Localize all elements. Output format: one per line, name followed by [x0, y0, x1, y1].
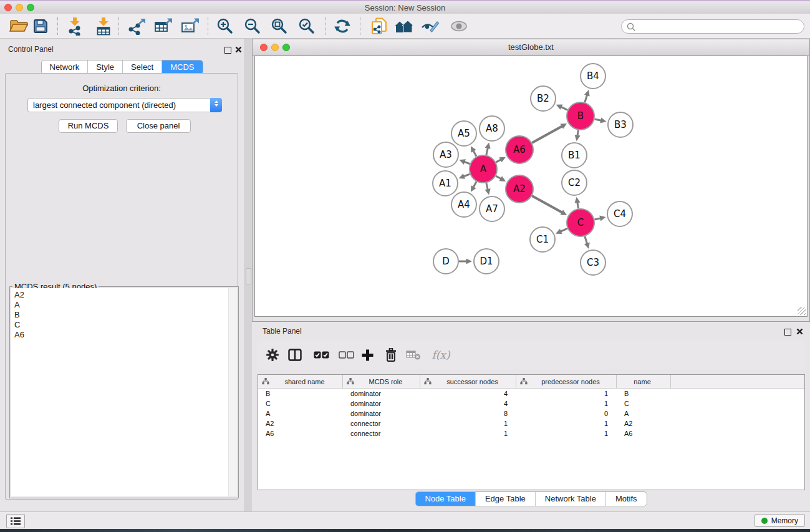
zoom-out-button[interactable]: [241, 16, 264, 37]
tab-edge-table[interactable]: Edge Table: [475, 492, 535, 506]
tab-network-table[interactable]: Network Table: [535, 492, 605, 506]
graph-node-A4[interactable]: A4: [451, 192, 476, 217]
cell-successor-nodes[interactable]: 4: [420, 399, 516, 409]
export-network-button[interactable]: [126, 16, 148, 37]
cell-predecessor-nodes[interactable]: 1: [516, 428, 617, 438]
zoom-selected-button[interactable]: [296, 16, 318, 37]
cell-mcds-role[interactable]: dominator: [343, 399, 420, 409]
cell-predecessor-nodes[interactable]: 1: [516, 418, 617, 428]
table-row-c[interactable]: Cdominator41C: [258, 399, 804, 409]
graph-node-C[interactable]: C: [567, 209, 594, 236]
cell-successor-nodes[interactable]: 1: [420, 418, 516, 428]
delete-table-button[interactable]: [403, 345, 423, 365]
tab-style[interactable]: Style: [87, 60, 122, 74]
memory-button[interactable]: Memory: [755, 514, 805, 527]
column-header-predecessor-nodes[interactable]: predecessor nodes: [516, 375, 617, 388]
graph-node-C3[interactable]: C3: [581, 250, 605, 275]
run-mcds-button[interactable]: Run MCDS: [59, 119, 118, 133]
import-table-button[interactable]: [92, 16, 115, 37]
table-row-b[interactable]: Bdominator41B: [258, 389, 804, 399]
graph-node-B3[interactable]: B3: [608, 112, 633, 137]
show-all-button[interactable]: [448, 16, 470, 37]
open-session-button[interactable]: [7, 16, 30, 37]
graph-node-A3[interactable]: A3: [433, 142, 458, 167]
table-row-a6[interactable]: A6connector11A6: [258, 428, 804, 438]
graph-node-C4[interactable]: C4: [607, 201, 632, 226]
graph-node-A1[interactable]: A1: [433, 171, 458, 196]
hide-selected-button[interactable]: [419, 16, 441, 37]
import-network-button[interactable]: [64, 16, 86, 37]
function-builder-button[interactable]: f(x): [427, 345, 455, 365]
table-row-a2[interactable]: A2connector11A2: [258, 418, 804, 428]
cell-name[interactable]: A6: [617, 428, 671, 438]
tab-select[interactable]: Select: [122, 60, 162, 74]
task-history-button[interactable]: [6, 514, 25, 528]
close-panel-icon[interactable]: [235, 46, 242, 53]
result-item-a[interactable]: A: [11, 300, 237, 310]
result-item-b[interactable]: B: [11, 310, 237, 320]
cell-predecessor-nodes[interactable]: 1: [516, 399, 617, 409]
refresh-button[interactable]: [331, 16, 354, 37]
zoom-fit-button[interactable]: [268, 16, 291, 37]
mcds-result-list[interactable]: A2ABCA6: [11, 288, 237, 496]
graph-node-D[interactable]: D: [433, 249, 458, 274]
cell-mcds-role[interactable]: connector: [343, 418, 420, 428]
result-item-a6[interactable]: A6: [11, 330, 237, 340]
zoom-in-button[interactable]: [214, 16, 236, 37]
cell-shared-name[interactable]: B: [258, 389, 343, 399]
graph-node-A8[interactable]: A8: [480, 116, 504, 141]
cell-successor-nodes[interactable]: 4: [420, 389, 516, 399]
add-column-button[interactable]: [357, 345, 377, 365]
column-header-successor-nodes[interactable]: successor nodes: [420, 375, 516, 388]
tab-motifs[interactable]: Motifs: [605, 492, 647, 506]
tab-mcds[interactable]: MCDS: [162, 60, 202, 74]
tab-network[interactable]: Network: [41, 60, 87, 74]
cell-successor-nodes[interactable]: 8: [420, 409, 516, 418]
cell-mcds-role[interactable]: dominator: [343, 389, 420, 399]
cell-shared-name[interactable]: A: [258, 409, 343, 418]
graph-node-A2[interactable]: A2: [506, 175, 533, 203]
cell-predecessor-nodes[interactable]: 0: [516, 409, 617, 418]
cell-shared-name[interactable]: C: [258, 399, 343, 409]
float-table-panel-icon[interactable]: [784, 329, 791, 336]
graph-node-A[interactable]: A: [470, 155, 497, 183]
resize-grip-icon[interactable]: [798, 307, 806, 315]
column-header-shared-name[interactable]: shared name: [258, 375, 343, 388]
split-view-button[interactable]: [285, 345, 305, 365]
cell-name[interactable]: B: [617, 389, 671, 399]
graph-node-A6[interactable]: A6: [506, 136, 533, 163]
close-panel-button[interactable]: Close panel: [126, 119, 191, 133]
graph-node-C2[interactable]: C2: [562, 170, 587, 195]
delete-column-button[interactable]: [381, 345, 401, 365]
deselect-all-columns-button[interactable]: [336, 345, 356, 365]
network-canvas[interactable]: B4B2BB3A8A5A6A3B1AA1C2A2A4A7C4CC1C3DD1: [254, 56, 808, 317]
export-image-button[interactable]: [179, 16, 201, 37]
tab-node-table[interactable]: Node Table: [415, 492, 475, 506]
search-input[interactable]: [638, 21, 801, 34]
save-session-button[interactable]: [29, 16, 52, 37]
result-item-c[interactable]: C: [11, 320, 237, 330]
result-scrollbar[interactable]: [228, 288, 237, 496]
table-settings-button[interactable]: [263, 345, 282, 365]
select-all-columns-button[interactable]: [311, 345, 331, 365]
float-panel-icon[interactable]: [224, 47, 231, 54]
vertical-split-handle[interactable]: [246, 268, 251, 284]
cell-name[interactable]: A: [617, 409, 671, 418]
result-item-a2[interactable]: A2: [11, 290, 237, 300]
graph-node-A7[interactable]: A7: [480, 196, 504, 221]
cell-mcds-role[interactable]: dominator: [343, 409, 420, 418]
graph-node-B1[interactable]: B1: [562, 143, 587, 168]
cell-mcds-role[interactable]: connector: [343, 428, 420, 438]
graph-node-B2[interactable]: B2: [531, 86, 556, 111]
table-row-a[interactable]: Adominator80A: [258, 409, 804, 418]
graph-node-B[interactable]: B: [567, 102, 594, 130]
cell-shared-name[interactable]: A2: [258, 418, 343, 428]
cell-predecessor-nodes[interactable]: 1: [516, 389, 617, 399]
cell-successor-nodes[interactable]: 1: [420, 428, 516, 438]
column-header-name[interactable]: name: [617, 375, 671, 388]
graph-node-A5[interactable]: A5: [451, 121, 476, 146]
export-table-button[interactable]: [152, 16, 175, 37]
column-header-mcds-role[interactable]: MCDS role: [343, 375, 420, 388]
criterion-dropdown[interactable]: largest connected component (directed): [27, 98, 222, 112]
graph-node-B4[interactable]: B4: [581, 64, 605, 89]
